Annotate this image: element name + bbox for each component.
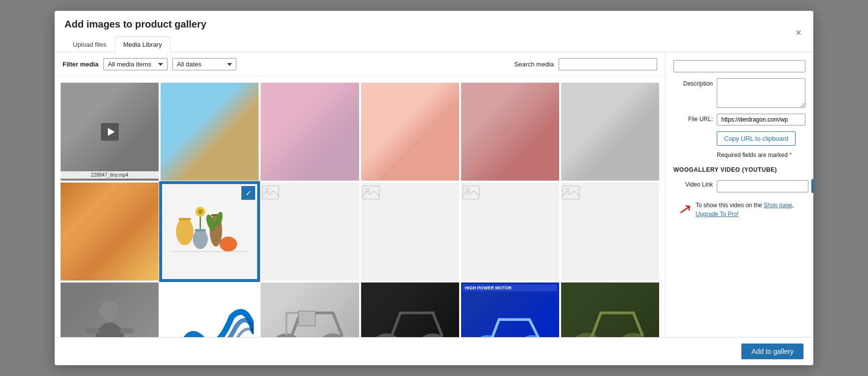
modal-tabs: Upload files Media Library [65, 36, 206, 52]
media-section: Filter media All media items All dates S… [55, 52, 666, 337]
top-input-row [673, 60, 805, 72]
modal-title: Add images to product gallery [65, 19, 206, 30]
media-item[interactable] [261, 282, 359, 337]
svg-rect-17 [363, 186, 379, 199]
close-button[interactable]: × [794, 26, 803, 39]
required-note: Required fields are marked * [717, 152, 805, 158]
hint-text: To show this video on the Shop page, Upg… [696, 201, 805, 219]
shop-page-link[interactable]: Shop page [764, 202, 792, 209]
filter-bar: Filter media All media items All dates S… [55, 52, 665, 77]
modal-header: Add images to product gallery Upload fil… [55, 11, 813, 52]
svg-point-30 [271, 335, 301, 337]
description-row: Description [673, 78, 805, 108]
media-item[interactable] [261, 83, 359, 181]
svg-point-16 [266, 188, 269, 192]
upgrade-pro-link[interactable]: Upgrade To Pro! [696, 211, 738, 218]
modal-overlay: Add images to product gallery Upload fil… [0, 0, 868, 376]
modal-header-left: Add images to product gallery Upload fil… [65, 19, 206, 52]
media-grid-wrapper[interactable]: 228847_tiny.mp4 ✓ [55, 77, 665, 337]
media-item-selected[interactable]: ✓ [161, 183, 259, 281]
media-item-placeholder[interactable] [461, 183, 559, 281]
media-item[interactable] [461, 83, 559, 181]
media-type-select[interactable]: All media items [103, 58, 167, 70]
description-label: Description [673, 78, 713, 87]
video-link-row: Video Link ▶ [673, 179, 805, 193]
media-item-placeholder[interactable] [261, 183, 359, 281]
svg-rect-15 [263, 186, 279, 199]
svg-point-23 [100, 301, 120, 321]
media-item-placeholder[interactable] [561, 183, 659, 281]
copy-url-button[interactable]: Copy URL to clipboard [717, 131, 796, 146]
svg-rect-32 [299, 311, 315, 326]
video-link-input-group: ▶ [717, 179, 813, 193]
svg-rect-25 [86, 328, 100, 334]
add-to-gallery-button[interactable]: Add to gallery [741, 344, 803, 359]
top-detail-input[interactable] [673, 60, 805, 72]
media-item[interactable] [61, 282, 159, 337]
tab-media-library[interactable]: Media Library [115, 36, 170, 52]
media-grid: 228847_tiny.mp4 ✓ [61, 83, 659, 337]
svg-point-2 [176, 218, 193, 246]
svg-rect-21 [563, 186, 579, 199]
video-play-button[interactable]: ▶ [811, 179, 813, 193]
media-item[interactable]: 228847_tiny.mp4 [61, 83, 159, 181]
svg-rect-3 [178, 218, 191, 220]
video-label: 228847_tiny.mp4 [61, 171, 159, 179]
file-url-label: File URL: [673, 114, 713, 123]
woogallery-section-title: WOOGALLERY VIDEO (YOUTUBE) [673, 166, 805, 173]
video-link-input[interactable] [717, 180, 808, 192]
required-star: * [789, 152, 792, 158]
copy-url-row: Copy URL to clipboard [673, 131, 805, 146]
svg-point-22 [566, 188, 569, 192]
svg-rect-5 [195, 229, 206, 232]
svg-rect-26 [120, 328, 134, 334]
modal-footer: Add to gallery [55, 337, 813, 365]
media-item[interactable] [561, 83, 659, 181]
selected-checkmark: ✓ [241, 186, 255, 200]
red-arrow-icon: ↗ [677, 200, 693, 219]
media-item[interactable] [561, 282, 659, 337]
svg-point-33 [372, 335, 402, 337]
file-url-row: File URL: https://derdragon.com/wp [673, 114, 805, 125]
file-url-input[interactable]: https://derdragon.com/wp [717, 114, 805, 125]
media-item[interactable] [61, 183, 159, 281]
search-label: Search media [514, 61, 554, 68]
filter-label: Filter media [63, 61, 99, 68]
tab-upload[interactable]: Upload files [65, 36, 115, 52]
video-link-label: Video Link [673, 179, 713, 188]
media-item[interactable] [361, 83, 459, 181]
date-select[interactable]: All dates [172, 58, 236, 70]
media-item[interactable] [161, 83, 259, 181]
search-input[interactable] [559, 58, 657, 70]
svg-point-11 [220, 237, 237, 251]
svg-point-8 [198, 209, 203, 214]
description-input[interactable] [717, 78, 805, 108]
media-item[interactable]: HIGH POWER MOTOR [461, 282, 559, 337]
media-item[interactable] [361, 282, 459, 337]
media-item-placeholder[interactable] [361, 183, 459, 281]
arrow-hint: ↗ To show this video on the Shop page, U… [678, 201, 805, 219]
svg-point-37 [572, 335, 602, 337]
media-modal: Add images to product gallery Upload fil… [55, 11, 813, 365]
media-item[interactable] [161, 282, 259, 337]
details-panel: Description File URL: https://derdragon.… [666, 52, 813, 337]
svg-point-18 [366, 188, 369, 192]
svg-rect-19 [463, 186, 479, 199]
svg-point-4 [193, 229, 208, 249]
svg-point-20 [466, 188, 469, 192]
modal-body: Filter media All media items All dates S… [55, 52, 813, 337]
